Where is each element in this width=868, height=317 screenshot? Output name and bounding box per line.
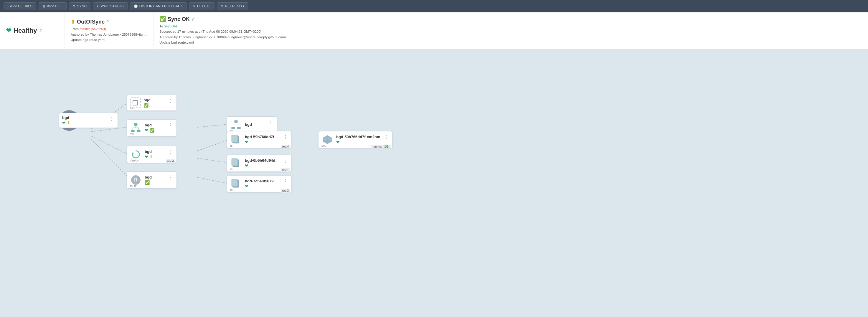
rs3-info: bgd-7c548f5679 ❤ <box>245 179 280 189</box>
svc-menu[interactable]: ⋮ <box>168 122 174 129</box>
svg-rect-14 <box>131 130 134 132</box>
pod-count: 1/1 <box>383 145 390 148</box>
deploy-heart-badge: ❤ <box>145 154 148 159</box>
rs2-menu[interactable]: ⋮ <box>283 157 288 164</box>
svg-rect-15 <box>137 130 140 132</box>
svg-line-4 <box>197 124 227 127</box>
sync-ok-details: To 5428c64 Succeeded 17 minutes ago (Thu… <box>159 24 287 45</box>
svg-rect-12 <box>133 100 137 105</box>
rs1-node[interactable]: bgd-59b766dd7f ❤ ⋮ rs rev:4 <box>227 131 292 148</box>
ns-badges: ✅ <box>144 103 165 107</box>
route-info: bgd ✅ <box>145 175 165 185</box>
out-of-sync-icon: ⬆ <box>71 19 75 25</box>
from-label: From <box>71 27 80 31</box>
ns-node[interactable]: bgd ✅ ⋮ ns <box>127 95 177 111</box>
health-help-icon[interactable]: ? <box>39 28 42 33</box>
sync-ok-author: Authored by Thomas Jungbauer <25078868+t… <box>159 35 287 39</box>
rs1-rev-badge: rev:4 <box>281 145 290 149</box>
sync-ok-commit: Update bgd-route.yaml <box>159 41 194 44</box>
ep-menu[interactable]: ⋮ <box>268 119 274 126</box>
deploy-icon <box>131 149 141 159</box>
rs1-heart-badge: ❤ <box>245 140 248 145</box>
root-menu[interactable]: ⋮ <box>109 116 115 122</box>
svc-icon <box>130 122 142 134</box>
rs3-badges: ❤ <box>245 184 280 189</box>
svg-line-3 <box>91 139 127 176</box>
app-details-button[interactable]: ℹ APP DETAILS <box>3 2 36 10</box>
sync-ok-help-icon[interactable]: ? <box>191 17 194 22</box>
deploy-node[interactable]: bgd ❤ ⬆ ⋮ deploy rev:4 <box>127 146 177 163</box>
pod-type: pod <box>321 144 327 147</box>
svc-type: svc <box>130 132 134 135</box>
rs3-name: bgd-7c548f5679 <box>245 179 280 183</box>
svg-rect-21 <box>235 121 238 123</box>
sync-icon: ⟳ <box>73 4 75 8</box>
sync-ok-section: ✅ Sync OK ? To 5428c64 Succeeded 17 minu… <box>154 12 292 49</box>
route-menu[interactable]: ⋮ <box>168 174 174 181</box>
sync-to-link[interactable]: 5428c64 <box>164 25 177 28</box>
rs1-type: rs <box>230 144 232 147</box>
route-type: route <box>130 184 137 188</box>
ep-node[interactable]: bgd ⋮ ep <box>227 116 277 133</box>
ns-info: bgd ✅ <box>144 98 165 107</box>
rs3-icon-wrap <box>230 178 242 190</box>
sync-commit: Update bgd-route.yaml <box>71 38 105 41</box>
rs3-menu[interactable]: ⋮ <box>283 178 288 185</box>
sync-ok-title: Sync OK <box>168 16 190 22</box>
pod-info: bgd-59b766dd7f-cm2nm ❤ <box>336 135 380 145</box>
rs3-node[interactable]: bgd-7c548f5679 ❤ ⋮ rs rev:3 <box>227 175 292 192</box>
svg-marker-20 <box>132 152 134 154</box>
deploy-info: bgd ❤ ⬆ <box>145 149 165 159</box>
pod-node[interactable]: bgd-59b766dd7f-cm2nm ❤ ⋮ pod running 1/1 <box>318 131 393 148</box>
delete-icon: ✕ <box>193 4 196 8</box>
sync-button[interactable]: ⟳ SYNC <box>69 2 90 10</box>
history-rollback-button[interactable]: 🕐 HISTORY AND ROLLBACK <box>130 2 187 10</box>
ns-menu[interactable]: ⋮ <box>168 97 174 104</box>
root-card-info: bgd ❤ ⬆ <box>62 116 106 125</box>
svc-name: bgd <box>145 123 165 127</box>
sync-ok-time: Succeeded 17 minutes ago (Thu Aug 06 202… <box>159 30 261 33</box>
refresh-button[interactable]: ⟳ REFRESH ▾ <box>217 2 248 10</box>
rs1-badges: ❤ <box>245 140 280 145</box>
rs2-name: bgd-6b9b64d94d <box>245 158 280 163</box>
sync-help-icon[interactable]: ? <box>106 20 109 24</box>
route-icon: R <box>131 175 141 185</box>
rs3-icon <box>231 179 241 189</box>
svc-heart-badge: ❤ <box>145 128 148 133</box>
sync-status-button[interactable]: ℹ SYNC STATUS <box>93 2 127 10</box>
rs2-icon-wrap <box>230 157 242 169</box>
refresh-icon: ⟳ <box>221 4 223 8</box>
rs1-icon-wrap <box>230 134 242 146</box>
sync-from-link[interactable]: master (5428c64) <box>80 27 106 31</box>
app-diff-button[interactable]: ▤ APP DIFF <box>39 2 67 10</box>
info2-icon: ℹ <box>97 4 98 8</box>
sync-ok-icon: ✅ <box>159 16 166 22</box>
rs1-name: bgd-59b766dd7f <box>245 135 280 139</box>
sync-details: From master (5428c64) Authored by Thomas… <box>71 26 147 42</box>
ep-icon-wrap <box>230 119 242 131</box>
svg-rect-36 <box>231 179 238 186</box>
deploy-type: deploy <box>130 159 138 162</box>
deploy-menu[interactable]: ⋮ <box>168 149 174 155</box>
network-icon <box>131 123 141 133</box>
rs3-rev-badge: rev:3 <box>281 189 290 193</box>
ep-info: bgd <box>245 122 265 127</box>
pod-heart-badge: ❤ <box>336 140 340 145</box>
rs2-node[interactable]: bgd-6b9b64d94d ❤ ⋮ rs rev:1 <box>227 155 292 172</box>
rs1-menu[interactable]: ⋮ <box>283 134 288 140</box>
rs3-type: rs <box>230 188 232 191</box>
svc-node[interactable]: bgd ❤ ✅ ⋮ svc <box>127 119 177 136</box>
route-check-badge: ✅ <box>145 180 150 185</box>
rs1-info: bgd-59b766dd7f ❤ <box>245 135 280 145</box>
rs2-type: rs <box>230 168 232 171</box>
route-icon-wrap: R <box>130 174 142 186</box>
svg-line-5 <box>197 140 227 151</box>
root-name: bgd <box>62 116 106 120</box>
root-card[interactable]: bgd ❤ ⬆ ⋮ <box>59 113 118 128</box>
route-node[interactable]: R bgd ✅ ⋮ route <box>127 171 177 189</box>
status-bar: ❤ Healthy ? ⬆ OutOfSync ? From master (5… <box>0 12 868 49</box>
ns-name: bgd <box>144 98 165 102</box>
deploy-sync-badge: ⬆ <box>149 154 153 159</box>
delete-button[interactable]: ✕ DELETE <box>189 2 215 10</box>
pod-menu[interactable]: ⋮ <box>383 134 389 140</box>
